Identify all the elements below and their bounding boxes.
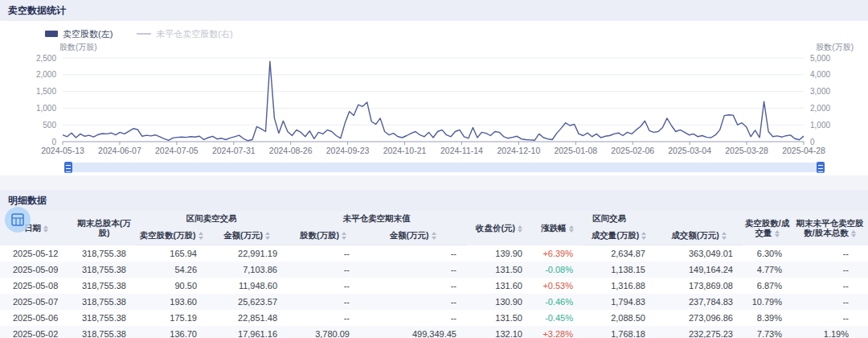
cell-value: 7.73% [743,326,792,338]
cell-value: 2,634.87 [583,245,655,262]
cell-value: -- [359,310,466,326]
cell-value: 3,780.09 [287,326,359,338]
cell-value: 54.26 [136,262,207,278]
svg-text:2025-04-28: 2025-04-28 [782,146,825,155]
cell-value: 318,755.38 [72,310,136,326]
cell-date: 2025-05-07 [0,294,72,310]
cell-date: 2025-05-02 [0,326,72,338]
cell-value: 175.19 [136,310,207,326]
col-header-open-amount[interactable]: 金额(万元) [359,225,466,245]
cell-value: 90.50 [136,278,207,294]
legend-item-open-short-shares[interactable]: 未平仓卖空股数(右) [137,28,232,40]
sort-icon[interactable] [518,225,522,233]
col-header-short-shares[interactable]: 卖空股数(万股) [136,225,207,245]
datazoom-left-handle-icon[interactable] [64,162,72,173]
sort-icon[interactable] [641,232,646,240]
col-header-short-amount[interactable]: 金额(万元) [207,225,287,245]
svg-text:500: 500 [43,121,56,130]
cell-value: -- [287,294,359,310]
svg-text:2024-07-05: 2024-07-05 [155,146,199,155]
cell-value: 499,349.45 [359,326,466,338]
svg-text:5,000: 5,000 [810,54,830,63]
svg-text:2025-03-28: 2025-03-28 [725,146,768,155]
svg-text:股数(万股): 股数(万股) [816,43,854,52]
cell-value: 1.19% [792,326,868,338]
cell-value: -- [792,262,868,278]
cell-value: 8.39% [743,310,792,326]
cell-value: 318,755.38 [72,326,136,338]
svg-text:2024-05-13: 2024-05-13 [41,146,84,155]
svg-text:2024-06-07: 2024-06-07 [98,146,141,155]
cell-value: 17,961.16 [207,326,287,338]
group-header-interval-trade: 区间交易 [583,211,743,225]
cell-value: 136.70 [136,326,207,338]
col-header-short-ratio[interactable]: 卖空股数/成交量 [743,211,792,245]
sort-icon[interactable] [775,230,780,238]
cell-date: 2025-05-08 [0,278,72,294]
col-header-turnover[interactable]: 成交额(万元) [655,225,743,245]
svg-text:2,000: 2,000 [36,70,56,79]
cell-value: 131.50 [466,310,532,326]
legend-item-short-shares[interactable]: 卖空股数(左) [45,28,113,40]
cell-value: 1,768.18 [583,326,655,338]
table-row: 2025-05-12318,755.38165.9422,991.19----1… [0,245,868,262]
cell-value: 363,049.01 [655,245,743,262]
svg-text:2025-03-04: 2025-03-04 [668,146,711,155]
cell-value: 22,851.48 [207,310,287,326]
datazoom-right-handle-icon[interactable] [817,162,825,173]
sort-icon[interactable] [43,225,48,233]
col-header-open-shares[interactable]: 股数(万股) [287,225,359,245]
svg-text:2024-11-14: 2024-11-14 [440,146,483,155]
sort-icon[interactable] [199,232,203,240]
svg-text:1,500: 1,500 [36,87,56,96]
cell-value: 318,755.38 [72,262,136,278]
cell-value: -- [287,310,359,326]
svg-text:0: 0 [51,138,56,146]
cell-value: -0.45% [532,310,583,326]
cell-value: -- [287,245,359,262]
col-header-close-price[interactable]: 收盘价(元) [466,211,532,245]
cell-value: 237,784.83 [655,294,743,310]
cell-value: 1,316.88 [583,278,655,294]
floating-widget-button[interactable] [5,207,31,233]
sort-icon[interactable] [722,232,727,240]
svg-text:2,000: 2,000 [810,104,830,113]
cell-value: -0.08% [532,262,583,278]
svg-text:2,500: 2,500 [36,54,56,63]
sort-icon[interactable] [265,232,270,240]
group-header-interval-short: 区间卖空交易 [136,211,287,225]
legend-label: 卖空股数(左) [63,28,113,40]
cell-value: 25,623.57 [207,294,287,310]
cell-value: 6.30% [743,245,792,262]
cell-value: 11,948.60 [207,278,287,294]
detail-table: 日期 期末总股本(万股) 区间卖空交易 未平仓卖空期末值 收盘价(元) 涨跌幅 [0,211,868,338]
group-header-open-short: 未平仓卖空期末值 [287,211,466,225]
table-row: 2025-05-08318,755.3890.5011,948.60----13… [0,278,868,294]
cell-value: 6.87% [743,278,792,294]
legend-label: 未平仓卖空股数(右) [156,28,232,40]
cell-value: -- [359,245,466,262]
col-header-open-ratio[interactable]: 期末未平仓卖空股数/股本总数 [792,211,868,245]
sort-icon[interactable] [569,225,574,233]
col-header-change-pct[interactable]: 涨跌幅 [532,211,583,245]
cell-value: -- [792,310,868,326]
cell-value: 173,869.08 [655,278,743,294]
cell-value: 132.10 [466,326,532,338]
cell-value: -- [359,294,466,310]
col-header-volume[interactable]: 成交量(万股) [583,225,655,245]
cell-value: -- [287,262,359,278]
cell-value: 130.90 [466,294,532,310]
calculator-grid-icon [11,213,24,226]
sort-icon[interactable] [851,230,856,238]
sort-icon[interactable] [432,232,436,240]
table-section-title: 明细数据 [0,190,868,211]
svg-text:2024-10-21: 2024-10-21 [383,146,427,155]
sort-icon[interactable] [342,232,346,240]
chart-section-title: 卖空数据统计 [0,0,868,21]
cell-value: 10.79% [743,294,792,310]
section-divider [0,175,868,190]
datazoom-slider[interactable] [68,163,821,172]
legend-swatch-icon [45,31,58,37]
svg-text:3,000: 3,000 [810,87,830,96]
cell-value: -0.46% [532,294,583,310]
